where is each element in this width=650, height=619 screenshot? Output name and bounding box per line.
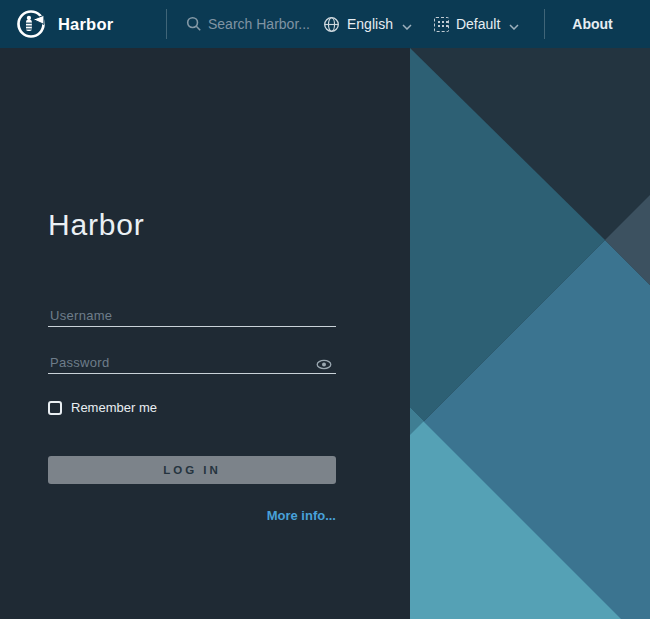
page-title: Harbor	[48, 210, 410, 240]
username-input[interactable]	[50, 308, 300, 323]
header-divider	[166, 9, 167, 39]
username-field-wrap	[48, 303, 336, 327]
login-panel: Harbor Remember me LOG IN More info...	[0, 48, 410, 619]
language-selector[interactable]: English	[323, 15, 412, 33]
log-in-button[interactable]: LOG IN	[48, 456, 336, 484]
theme-label: Default	[456, 16, 500, 32]
remember-me-label: Remember me	[71, 400, 157, 415]
brand-title: Harbor	[58, 15, 113, 34]
language-label: English	[347, 16, 393, 32]
top-navbar: Harbor English D	[0, 0, 650, 48]
theme-selector[interactable]: Default	[434, 15, 519, 33]
login-page: Harbor Remember me LOG IN More info...	[0, 48, 650, 619]
harbor-lighthouse-logo-icon	[16, 9, 46, 39]
header-divider	[544, 9, 545, 39]
more-info-link[interactable]: More info...	[267, 508, 336, 523]
remember-me-checkbox[interactable]	[48, 401, 62, 415]
geometric-art-panel	[410, 48, 650, 619]
globe-icon	[323, 16, 340, 33]
more-info-row: More info...	[48, 506, 336, 524]
eye-icon[interactable]	[316, 359, 332, 370]
chevron-down-icon	[509, 17, 519, 33]
chevron-down-icon	[402, 17, 412, 33]
password-field-wrap	[48, 350, 336, 374]
about-link[interactable]: About	[572, 16, 612, 32]
search-input[interactable]	[208, 16, 323, 32]
brand-home-link[interactable]: Harbor	[0, 9, 166, 39]
theme-swatch-icon	[434, 17, 449, 32]
header-actions: English Default About	[323, 9, 650, 39]
password-input[interactable]	[50, 355, 300, 370]
remember-me-row: Remember me	[48, 400, 410, 415]
search-icon[interactable]	[186, 16, 202, 32]
triangle-art	[410, 48, 650, 619]
global-search	[186, 16, 323, 32]
